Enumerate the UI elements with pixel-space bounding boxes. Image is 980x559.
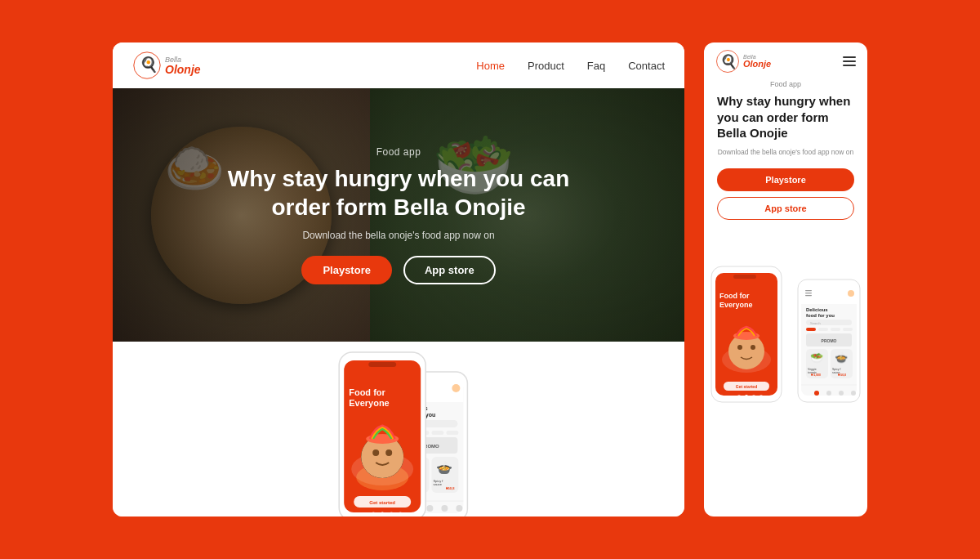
nav-faq[interactable]: Faq	[587, 60, 605, 72]
nav-links: Home Product Faq Contact	[476, 58, 665, 73]
logo: 🍳 Bella Olonje	[132, 51, 201, 80]
svg-rect-76	[805, 293, 812, 293]
mobile-phones-section: Food for Everyone Get started	[704, 239, 867, 403]
nav-product[interactable]: Product	[528, 60, 564, 72]
hero-buttons: Playstore App store	[301, 256, 495, 284]
svg-rect-77	[805, 295, 812, 296]
svg-rect-83	[806, 328, 816, 331]
svg-text:PROMO: PROMO	[822, 338, 837, 343]
svg-text:Food for: Food for	[719, 292, 750, 300]
svg-point-12	[385, 449, 392, 456]
desktop-card: 🍳 Bella Olonje Home Product Faq Contact …	[113, 42, 684, 517]
appstore-button[interactable]: App store	[403, 256, 496, 284]
svg-point-17	[381, 512, 385, 517]
svg-point-69	[752, 395, 755, 398]
svg-text:Search: Search	[810, 321, 821, 325]
mobile-tag: Food app	[717, 80, 854, 88]
svg-rect-75	[805, 290, 812, 291]
mobile-logo-icon: 🍳	[715, 49, 740, 74]
mobile-phone-main: Food for Everyone Get started	[710, 266, 782, 403]
mobile-logo: 🍳 Bella Olonje	[715, 49, 771, 74]
nav-home[interactable]: Home	[476, 60, 505, 72]
svg-point-103	[851, 391, 856, 396]
svg-text:🍳: 🍳	[140, 56, 158, 74]
svg-text:🥗: 🥗	[810, 351, 824, 364]
svg-point-63	[751, 345, 755, 350]
playstore-button[interactable]: Playstore	[301, 256, 392, 284]
mobile-playstore-button[interactable]: Playstore	[717, 168, 854, 191]
mobile-subtitle: Download the bella onoje's food app now …	[717, 148, 854, 158]
hero-section: Food app Why stay hungry when you can or…	[113, 88, 684, 342]
svg-text:Everyone: Everyone	[719, 301, 753, 309]
svg-rect-34	[431, 431, 443, 435]
hero-title: Why stay hungry when you can order form …	[203, 164, 595, 221]
mobile-phone-secondary: Delicious food for you Search PROMO 🥗 Ve…	[797, 279, 861, 403]
svg-text:Delicious: Delicious	[806, 307, 828, 312]
svg-point-52	[456, 505, 462, 512]
logo-icon: 🍳	[132, 51, 162, 80]
svg-text:Get started: Get started	[736, 384, 757, 389]
svg-point-100	[814, 391, 819, 396]
nav-contact[interactable]: Contact	[628, 60, 665, 72]
svg-point-67	[737, 395, 741, 398]
svg-point-68	[745, 395, 748, 398]
svg-text:Get started: Get started	[369, 500, 395, 505]
desktop-nav: 🍳 Bella Olonje Home Product Faq Contact	[113, 42, 684, 88]
svg-text:₦50,8: ₦50,8	[838, 373, 846, 377]
svg-point-18	[390, 512, 394, 517]
svg-text:Food for: Food for	[349, 387, 385, 397]
phone-main-svg: Food for Everyone Get started	[337, 351, 427, 517]
svg-rect-35	[446, 431, 458, 435]
mobile-title: Why stay hungry when you can order form …	[717, 93, 854, 141]
svg-rect-86	[843, 328, 853, 331]
hero-subtitle: Download the bella onoje's food app now …	[302, 230, 494, 241]
svg-rect-4	[368, 362, 396, 367]
mobile-hero: Food app Why stay hungry when you can or…	[704, 80, 867, 239]
mobile-appstore-button[interactable]: App store	[717, 197, 854, 220]
svg-point-27	[452, 384, 460, 392]
svg-text:🍲: 🍲	[835, 351, 849, 364]
svg-text:₦1,000: ₦1,000	[811, 373, 821, 377]
svg-point-101	[826, 391, 831, 396]
svg-text:sauce: sauce	[433, 482, 442, 486]
mobile-nav: 🍳 Bella Olonje	[704, 42, 867, 80]
svg-text:🍳: 🍳	[720, 53, 737, 70]
phones-section: Food for Everyone Get started	[113, 342, 684, 517]
svg-point-16	[372, 512, 376, 517]
svg-point-11	[372, 449, 379, 456]
svg-point-78	[848, 290, 854, 297]
svg-rect-85	[831, 328, 840, 331]
hero-tag: Food app	[376, 146, 421, 158]
svg-text:Everyone: Everyone	[349, 398, 390, 408]
svg-rect-84	[818, 328, 828, 331]
hero-content: Food app Why stay hungry when you can or…	[113, 88, 684, 342]
svg-point-102	[839, 391, 844, 396]
hamburger-menu[interactable]	[843, 56, 856, 66]
svg-text:food for you: food for you	[806, 313, 835, 318]
mobile-card: 🍳 Bella Olonje Food app Why stay hungry …	[704, 42, 867, 517]
svg-text:₦50,8: ₦50,8	[446, 486, 456, 490]
phone-main: Food for Everyone Get started	[337, 351, 427, 517]
svg-point-50	[426, 505, 433, 512]
svg-point-62	[737, 345, 742, 350]
svg-point-19	[399, 512, 403, 517]
svg-point-51	[441, 505, 448, 512]
svg-text:🍲: 🍲	[436, 460, 452, 476]
svg-rect-57	[733, 275, 756, 279]
svg-point-70	[760, 395, 763, 398]
